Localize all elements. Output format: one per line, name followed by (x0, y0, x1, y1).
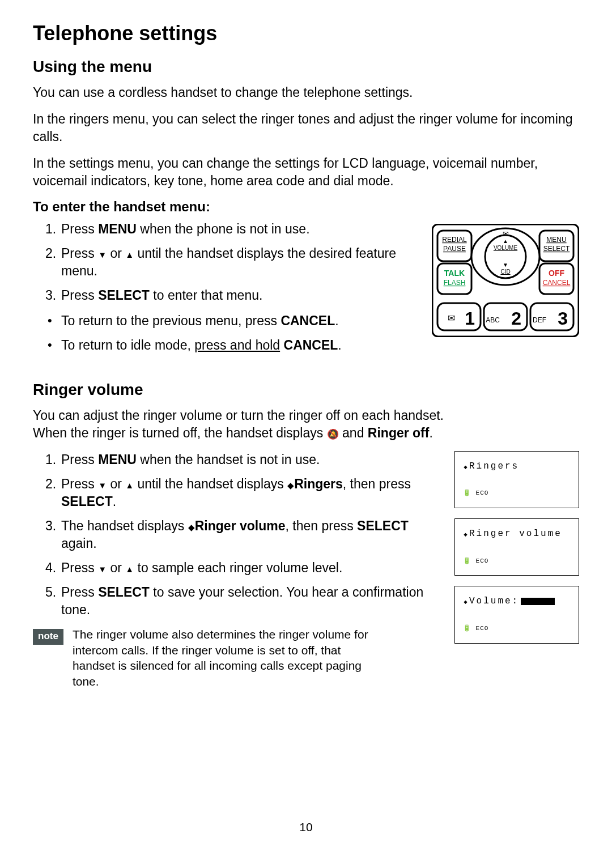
text: Press (61, 222, 98, 236)
list-item: To return to idle mode, press and hold C… (45, 337, 423, 354)
list-item: Press SELECT to save your selection. You… (45, 584, 445, 619)
list-item: Press MENU when the phone is not in use. (45, 220, 423, 238)
text-strong: SELECT (98, 585, 150, 599)
list-item: To return to the previous menu, press CA… (45, 312, 423, 330)
triangle-up-icon (125, 476, 134, 491)
battery-icon: 🔋 (463, 625, 471, 632)
text-strong: Ringer volume (195, 518, 286, 533)
label-select: SELECT (543, 245, 570, 253)
text-strong: CANCEL (284, 338, 338, 352)
eco-label: ECO (476, 558, 489, 564)
up-down-arrow-icon (188, 518, 195, 533)
text: You can adjust the ringer volume or turn… (33, 408, 444, 423)
list-item: Press MENU when the handset is not in us… (45, 451, 445, 469)
label-pause: PAUSE (443, 245, 466, 253)
eco-label: ECO (476, 625, 489, 632)
svg-text:✉: ✉ (448, 313, 455, 323)
label-key-2: 2 (511, 308, 521, 329)
text: . (335, 313, 338, 328)
triangle-up-icon (125, 560, 134, 575)
label-cancel: CANCEL (543, 279, 571, 287)
text: , then press (343, 476, 411, 491)
label-flash: FLASH (444, 279, 466, 287)
page-title: Telephone settings (33, 22, 579, 45)
text: when the phone is not in use. (137, 222, 310, 236)
text: When the ringer is turned off, the hands… (33, 426, 327, 440)
text: and (339, 426, 368, 440)
label-menu: MENU (546, 236, 566, 244)
text: Press (61, 452, 98, 467)
lcd-screen-ringer-volume: ⬥Ringer volume 🔋 ECO (454, 518, 579, 576)
text: . (429, 426, 432, 440)
list-item: Press SELECT to enter that menu. (45, 287, 423, 304)
text: again. (61, 536, 97, 551)
lcd-text: Ringer volume (469, 529, 562, 539)
steps-enter-menu: Press MENU when the phone is not in use.… (45, 220, 423, 304)
down-caret-icon: ⬥ (463, 529, 468, 538)
list-item: Press or to sample each ringer volume le… (45, 559, 445, 577)
triangle-down-icon (98, 476, 107, 491)
heading-enter-handset-menu: To enter the handset menu: (33, 199, 579, 215)
list-item: Press or until the handset displays the … (45, 245, 423, 280)
label-key-2-abc: ABC (486, 316, 500, 324)
text: to enter that menu. (150, 288, 262, 303)
triangle-down-icon (98, 560, 107, 575)
keypad-illustration: REDIAL PAUSE MENU SELECT ✉ ▲ VOLUME ▼ CI… (432, 224, 579, 337)
text: or (107, 560, 125, 575)
label-key-3-def: DEF (533, 316, 546, 324)
svg-text:▲: ▲ (503, 238, 508, 244)
text-strong: SELECT (98, 288, 150, 303)
paragraph-using-menu-1: You can use a cordless handset to change… (33, 84, 579, 101)
battery-icon: 🔋 (463, 558, 471, 564)
text: The handset displays (61, 518, 188, 533)
text: To return to the previous menu, press (61, 313, 280, 328)
text: until the handset displays (134, 476, 287, 491)
text: or (107, 476, 125, 491)
label-talk: TALK (444, 269, 465, 278)
triangle-up-icon (125, 246, 134, 261)
list-item: Press or until the handset displays Ring… (45, 475, 445, 510)
paragraph-using-menu-2: In the ringers menu, you can select the … (33, 110, 579, 146)
down-caret-icon: ⬥ (463, 461, 468, 471)
text: . (113, 494, 116, 509)
text: Press (61, 560, 98, 575)
svg-text:▼: ▼ (503, 262, 508, 268)
heading-using-menu: Using the menu (33, 58, 579, 76)
text: , then press (286, 518, 358, 533)
label-cid: CID (500, 269, 510, 275)
triangle-down-icon (98, 246, 107, 261)
text: Press (61, 585, 98, 599)
text: Press (61, 476, 98, 491)
text-strong: Ringers (294, 476, 343, 491)
text: when the handset is not in use. (137, 452, 320, 467)
battery-icon: 🔋 (463, 490, 471, 496)
lcd-text: Volume: (469, 597, 519, 607)
text: to sample each ringer volume level. (134, 560, 342, 575)
svg-text:✉: ✉ (503, 229, 509, 238)
heading-ringer-volume: Ringer volume (33, 381, 579, 399)
label-off: OFF (549, 269, 564, 278)
list-item: The handset displays Ringer volume, then… (45, 517, 445, 552)
label-key-3: 3 (558, 308, 568, 329)
paragraph-ringer-volume: You can adjust the ringer volume or turn… (33, 407, 579, 442)
lcd-screen-volume-level: ⬥Volume: 🔋 ECO (454, 586, 579, 643)
bullets-menu-return: To return to the previous menu, press CA… (45, 312, 423, 354)
text-underline: press and hold (194, 338, 280, 352)
text: Press (61, 288, 98, 303)
text: or (107, 246, 125, 261)
up-down-arrow-icon: ⬥ (463, 596, 468, 606)
lcd-screen-ringers: ⬥Ringers 🔋 ECO (454, 451, 579, 508)
note-badge: note (33, 629, 63, 645)
label-redial: REDIAL (442, 236, 467, 244)
text-strong: SELECT (357, 518, 409, 533)
text-strong: MENU (98, 222, 137, 236)
lcd-text: Ringers (469, 461, 519, 471)
steps-ringer-volume: Press MENU when the handset is not in us… (45, 451, 445, 619)
text-strong: Ringer off (368, 426, 430, 440)
label-volume: VOLUME (494, 245, 518, 251)
paragraph-using-menu-3: In the settings menu, you can change the… (33, 155, 579, 190)
text-strong: CANCEL (280, 313, 335, 328)
text: To return to idle mode, (61, 338, 194, 352)
text: Press (61, 246, 98, 261)
text-strong: SELECT (61, 494, 113, 509)
